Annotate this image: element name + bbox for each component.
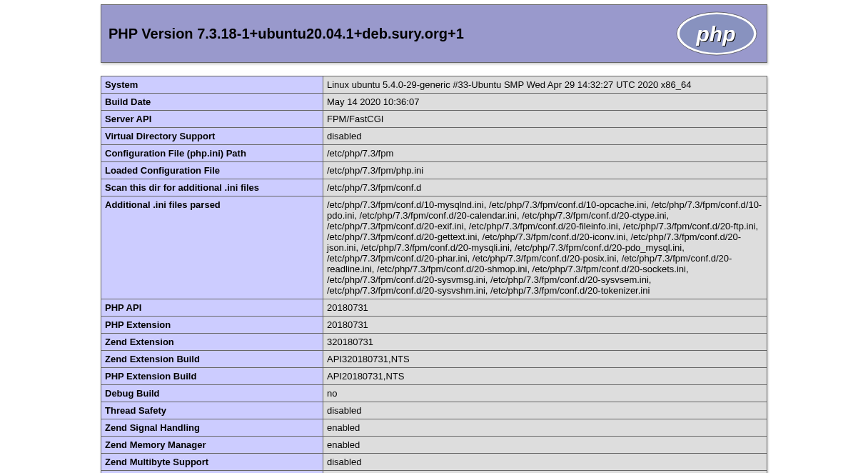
table-row: Build DateMay 14 2020 10:36:07 bbox=[101, 94, 767, 111]
row-value: 20180731 bbox=[323, 299, 767, 317]
row-value: /etc/php/7.3/fpm/php.ini bbox=[323, 162, 767, 179]
row-value: FPM/FastCGI bbox=[323, 111, 767, 128]
row-value: enabled bbox=[323, 437, 767, 454]
table-row: IPv6 Supportenabled bbox=[101, 471, 767, 474]
svg-text:php: php bbox=[696, 22, 736, 46]
row-key: Scan this dir for additional .ini files bbox=[101, 179, 323, 196]
row-key: Debug Build bbox=[101, 385, 323, 402]
table-row: Zend Multibyte Supportdisabled bbox=[101, 454, 767, 471]
row-key: PHP Extension Build bbox=[101, 368, 323, 385]
row-key: PHP Extension bbox=[101, 317, 323, 334]
row-value: API320180731,NTS bbox=[323, 351, 767, 368]
table-row: Thread Safetydisabled bbox=[101, 402, 767, 419]
row-key: Thread Safety bbox=[101, 402, 323, 419]
table-row: Scan this dir for additional .ini files/… bbox=[101, 179, 767, 196]
row-value: enabled bbox=[323, 471, 767, 474]
row-value: disabled bbox=[323, 454, 767, 471]
table-row: PHP API20180731 bbox=[101, 299, 767, 317]
row-value: /etc/php/7.3/fpm bbox=[323, 145, 767, 162]
info-table: SystemLinux ubuntu 5.4.0-29-generic #33-… bbox=[101, 76, 767, 473]
php-logo: php php bbox=[674, 11, 760, 56]
row-value: enabled bbox=[323, 419, 767, 437]
row-key: PHP API bbox=[101, 299, 323, 317]
table-row: Loaded Configuration File/etc/php/7.3/fp… bbox=[101, 162, 767, 179]
table-row: SystemLinux ubuntu 5.4.0-29-generic #33-… bbox=[101, 76, 767, 94]
table-row: Zend Extension320180731 bbox=[101, 334, 767, 351]
row-value: disabled bbox=[323, 402, 767, 419]
row-value: /etc/php/7.3/fpm/conf.d bbox=[323, 179, 767, 196]
row-key: Configuration File (php.ini) Path bbox=[101, 145, 323, 162]
row-value: API20180731,NTS bbox=[323, 368, 767, 385]
row-value: May 14 2020 10:36:07 bbox=[323, 94, 767, 111]
table-row: Virtual Directory Supportdisabled bbox=[101, 128, 767, 145]
row-key: Zend Extension bbox=[101, 334, 323, 351]
row-key: Additional .ini files parsed bbox=[101, 196, 323, 299]
page-title: PHP Version 7.3.18-1+ubuntu20.04.1+deb.s… bbox=[108, 26, 464, 42]
row-value: Linux ubuntu 5.4.0-29-generic #33-Ubuntu… bbox=[323, 76, 767, 94]
row-key: Server API bbox=[101, 111, 323, 128]
row-value: /etc/php/7.3/fpm/conf.d/10-mysqlnd.ini, … bbox=[323, 196, 767, 299]
table-row: Zend Memory Managerenabled bbox=[101, 437, 767, 454]
table-row: Zend Signal Handlingenabled bbox=[101, 419, 767, 437]
row-key: IPv6 Support bbox=[101, 471, 323, 474]
row-key: Zend Extension Build bbox=[101, 351, 323, 368]
row-key: Zend Multibyte Support bbox=[101, 454, 323, 471]
row-key: Virtual Directory Support bbox=[101, 128, 323, 145]
row-key: System bbox=[101, 76, 323, 94]
table-row: Zend Extension BuildAPI320180731,NTS bbox=[101, 351, 767, 368]
row-key: Zend Memory Manager bbox=[101, 437, 323, 454]
table-row: Debug Buildno bbox=[101, 385, 767, 402]
row-key: Loaded Configuration File bbox=[101, 162, 323, 179]
table-row: PHP Extension20180731 bbox=[101, 317, 767, 334]
table-row: Server APIFPM/FastCGI bbox=[101, 111, 767, 128]
table-row: Configuration File (php.ini) Path/etc/ph… bbox=[101, 145, 767, 162]
row-value: no bbox=[323, 385, 767, 402]
row-value: 20180731 bbox=[323, 317, 767, 334]
table-row: Additional .ini files parsed/etc/php/7.3… bbox=[101, 196, 767, 299]
phpinfo-container: PHP Version 7.3.18-1+ubuntu20.04.1+deb.s… bbox=[101, 0, 767, 473]
row-value: 320180731 bbox=[323, 334, 767, 351]
header-table: PHP Version 7.3.18-1+ubuntu20.04.1+deb.s… bbox=[101, 4, 767, 63]
row-value: disabled bbox=[323, 128, 767, 145]
row-key: Build Date bbox=[101, 94, 323, 111]
table-row: PHP Extension BuildAPI20180731,NTS bbox=[101, 368, 767, 385]
row-key: Zend Signal Handling bbox=[101, 419, 323, 437]
